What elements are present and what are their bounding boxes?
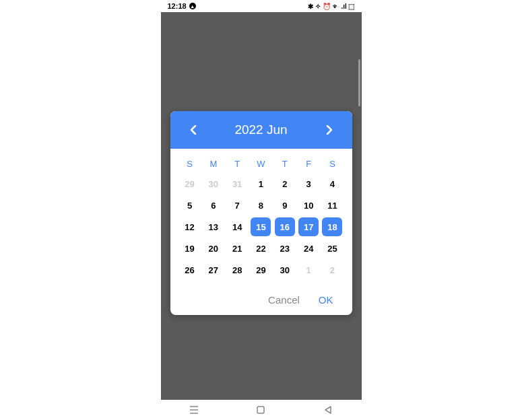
status-left: 12:18 ▲ [168, 2, 196, 10]
day-cell[interactable]: 18 [322, 217, 342, 236]
day-cell[interactable]: 29 [180, 174, 200, 193]
picker-actions: Cancel OK [170, 282, 352, 315]
menu-icon [189, 406, 199, 414]
weekday-header: S [180, 155, 200, 172]
chevron-right-icon [326, 125, 333, 135]
scrollbar[interactable] [358, 59, 360, 106]
ok-button[interactable]: OK [319, 294, 333, 306]
date-picker-dialog: 2022 Jun SMTWTFS 29303112345678910111213… [170, 111, 352, 315]
day-cell[interactable]: 1 [298, 260, 319, 279]
day-cell[interactable]: 10 [298, 196, 319, 215]
week-row: 2930311234 [180, 174, 343, 193]
chevron-left-icon [190, 125, 197, 135]
day-cell[interactable]: 19 [180, 239, 200, 258]
app-icon: ▲ [189, 3, 196, 9]
day-cell[interactable]: 1 [251, 174, 271, 193]
phone-frame: 12:18 ▲ ✱ ✧ ⏰ ᯤ .ıl ⬚ 2022 Jun SMTWTFS 2… [161, 0, 362, 420]
status-right: ✱ ✧ ⏰ ᯤ .ıl ⬚ [308, 3, 354, 10]
day-cell[interactable]: 4 [322, 174, 342, 193]
day-cell[interactable]: 9 [275, 196, 295, 215]
status-bar: 12:18 ▲ ✱ ✧ ⏰ ᯤ .ıl ⬚ [161, 0, 362, 12]
day-cell[interactable]: 14 [227, 217, 247, 236]
day-cell[interactable]: 21 [227, 239, 247, 258]
day-cell[interactable]: 2 [275, 174, 295, 193]
weekday-header: F [298, 155, 319, 172]
weekday-header: S [322, 155, 342, 172]
day-cell[interactable]: 31 [227, 174, 247, 193]
day-cell[interactable]: 22 [251, 239, 271, 258]
week-row: 12131415161718 [180, 217, 343, 236]
day-cell[interactable]: 15 [251, 217, 271, 236]
day-cell[interactable]: 8 [251, 196, 271, 215]
recent-apps-button[interactable] [189, 405, 199, 415]
day-cell[interactable]: 30 [203, 174, 224, 193]
day-cell[interactable]: 5 [180, 196, 200, 215]
day-cell[interactable]: 30 [275, 260, 295, 279]
day-cell[interactable]: 11 [322, 196, 342, 215]
day-cell[interactable]: 6 [203, 196, 224, 215]
day-cell[interactable]: 23 [275, 239, 295, 258]
calendar-grid: SMTWTFS 29303112345678910111213141516171… [170, 149, 352, 279]
picker-title[interactable]: 2022 Jun [234, 123, 287, 137]
app-body: 2022 Jun SMTWTFS 29303112345678910111213… [161, 12, 362, 400]
day-cell[interactable]: 28 [227, 260, 247, 279]
weekday-header: W [251, 155, 271, 172]
picker-header: 2022 Jun [170, 111, 352, 149]
weekday-header: T [275, 155, 295, 172]
week-row: 567891011 [180, 196, 343, 215]
week-row: 19202122232425 [180, 239, 343, 258]
prev-month-button[interactable] [187, 125, 200, 135]
back-button[interactable] [323, 405, 333, 415]
day-cell[interactable]: 13 [203, 217, 224, 236]
day-cell[interactable]: 25 [322, 239, 342, 258]
back-triangle-icon [324, 406, 332, 414]
day-cell[interactable]: 27 [203, 260, 224, 279]
day-cell[interactable]: 3 [298, 174, 319, 193]
status-time: 12:18 [168, 2, 187, 10]
day-cell[interactable]: 17 [298, 217, 319, 236]
android-nav-bar [161, 400, 362, 420]
day-cell[interactable]: 26 [180, 260, 200, 279]
day-cell[interactable]: 7 [227, 196, 247, 215]
day-cell[interactable]: 29 [251, 260, 271, 279]
weekday-header: T [227, 155, 247, 172]
square-icon [257, 406, 265, 414]
day-cell[interactable]: 20 [203, 239, 224, 258]
day-cell[interactable]: 16 [275, 217, 295, 236]
status-icons: ✱ ✧ ⏰ ᯤ .ıl ⬚ [308, 3, 354, 10]
svg-rect-3 [257, 407, 264, 413]
home-button[interactable] [256, 405, 265, 415]
cancel-button[interactable]: Cancel [268, 294, 300, 306]
day-cell[interactable]: 2 [322, 260, 342, 279]
weekday-header-row: SMTWTFS [180, 155, 343, 172]
day-cell[interactable]: 12 [180, 217, 200, 236]
weekday-header: M [203, 155, 224, 172]
next-month-button[interactable] [323, 125, 336, 135]
week-row: 262728293012 [180, 260, 343, 279]
day-cell[interactable]: 24 [298, 239, 319, 258]
